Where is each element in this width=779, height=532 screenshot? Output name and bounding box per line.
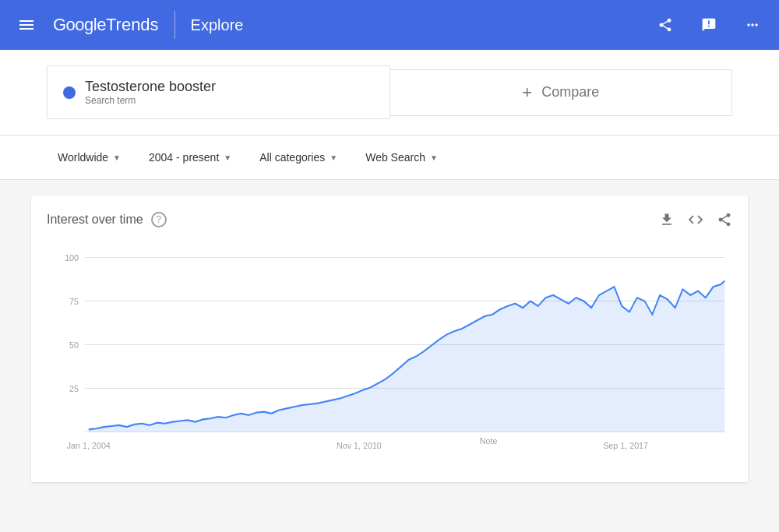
page-title: Explore — [191, 16, 244, 34]
search-term-type: Search term — [85, 95, 216, 106]
apps-icon[interactable] — [738, 11, 767, 39]
logo-trends: Trends — [106, 15, 159, 35]
share-chart-icon[interactable] — [717, 212, 732, 227]
svg-text:Sep 1, 2017: Sep 1, 2017 — [603, 441, 648, 451]
chart-title: Interest over time — [47, 213, 143, 227]
download-icon[interactable] — [659, 212, 675, 227]
embed-icon[interactable] — [687, 211, 704, 228]
chevron-down-icon: ▼ — [430, 153, 438, 162]
filter-search-type-label: Web Search — [365, 151, 425, 164]
trend-chart-svg: 100 75 50 25 Jan 1, 2004 Nov 1, 2010 Sep… — [47, 241, 732, 459]
svg-text:75: 75 — [69, 296, 79, 306]
menu-icon[interactable] — [12, 11, 41, 39]
filters-section: Worldwide ▼ 2004 - present ▼ All categor… — [0, 136, 779, 180]
chart-header: Interest over time ? — [47, 211, 732, 228]
search-term-box[interactable]: Testosterone booster Search term — [47, 65, 390, 119]
svg-text:Note: Note — [480, 435, 498, 446]
compare-label: Compare — [541, 84, 599, 100]
search-term-name: Testosterone booster — [85, 79, 216, 95]
feedback-icon[interactable] — [695, 11, 723, 39]
filter-time-range[interactable]: 2004 - present ▼ — [138, 145, 242, 170]
search-dot — [63, 86, 76, 99]
search-term-text: Testosterone booster Search term — [85, 79, 216, 106]
filter-location-label: Worldwide — [58, 151, 108, 164]
svg-text:Jan 1, 2004: Jan 1, 2004 — [67, 441, 111, 451]
filter-category[interactable]: All categories ▼ — [249, 145, 348, 170]
svg-text:25: 25 — [69, 383, 79, 393]
logo-google: Google — [53, 15, 106, 35]
svg-text:50: 50 — [69, 340, 79, 350]
chevron-down-icon: ▼ — [224, 153, 231, 162]
chart-section: Interest over time ? — [31, 196, 748, 482]
chevron-down-icon: ▼ — [113, 153, 121, 162]
help-label: ? — [156, 214, 161, 225]
chart-title-group: Interest over time ? — [47, 212, 167, 227]
app-logo: Google Trends — [53, 15, 159, 35]
header-actions — [651, 11, 767, 39]
svg-marker-9 — [89, 281, 724, 432]
app-header: Google Trends Explore — [0, 0, 779, 50]
svg-text:100: 100 — [65, 252, 79, 262]
filter-search-type[interactable]: Web Search ▼ — [354, 145, 449, 170]
help-icon[interactable]: ? — [151, 212, 167, 227]
filter-time-range-label: 2004 - present — [149, 151, 219, 164]
search-section: Testosterone booster Search term + Compa… — [0, 50, 779, 136]
compare-plus-icon: + — [522, 83, 532, 103]
chevron-down-icon: ▼ — [330, 153, 337, 162]
chart-container: 100 75 50 25 Jan 1, 2004 Nov 1, 2010 Sep… — [47, 241, 732, 459]
chart-actions — [659, 211, 732, 228]
compare-box[interactable]: + Compare — [390, 69, 733, 116]
svg-text:Nov 1, 2010: Nov 1, 2010 — [337, 441, 382, 451]
share-icon[interactable] — [651, 11, 679, 39]
filter-category-label: All categories — [259, 151, 325, 164]
header-divider — [174, 11, 175, 39]
filter-location[interactable]: Worldwide ▼ — [47, 145, 132, 170]
